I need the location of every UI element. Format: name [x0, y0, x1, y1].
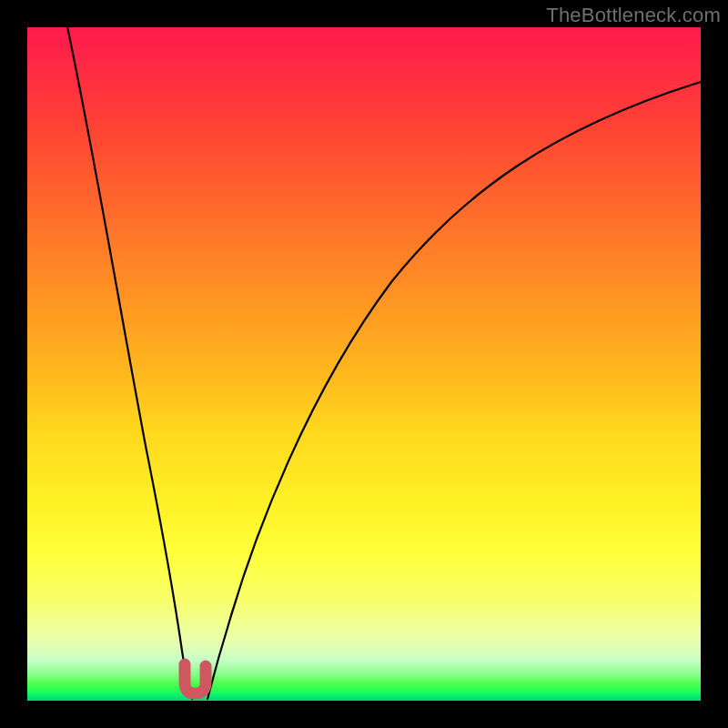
plot-area	[27, 27, 701, 701]
curve-left-arm	[66, 27, 192, 699]
bottleneck-marker	[185, 664, 206, 693]
site-watermark: TheBottleneck.com	[546, 4, 721, 27]
curve-right-arm	[207, 82, 701, 699]
chart-frame: TheBottleneck.com	[0, 0, 728, 728]
plot-svg	[27, 27, 701, 701]
